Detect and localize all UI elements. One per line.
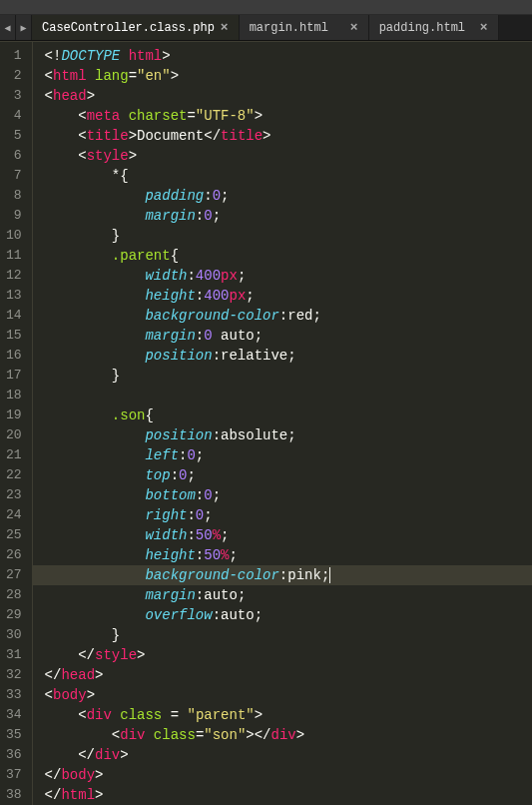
line-number: 10	[6, 226, 22, 246]
tab-nav-prev[interactable]: ◀	[0, 15, 16, 40]
code-line[interactable]: background-color:red;	[33, 306, 532, 326]
code-area[interactable]: <!DOCTYPE html><html lang="en"><head> <m…	[33, 42, 532, 805]
line-number: 37	[6, 765, 22, 785]
line-number: 35	[6, 725, 22, 745]
text-cursor	[329, 567, 330, 583]
tab-label: padding.html	[379, 21, 465, 35]
tab-0[interactable]: CaseController.class.php×	[32, 15, 240, 40]
code-line[interactable]: bottom:0;	[33, 485, 532, 505]
line-number-gutter: 1234567891011121314151617181920212223242…	[0, 42, 33, 805]
line-number: 7	[6, 166, 22, 186]
code-line[interactable]: position:absolute;	[33, 425, 532, 445]
line-number: 18	[6, 386, 22, 405]
code-line[interactable]: <title>Document</title>	[33, 126, 532, 146]
code-line[interactable]: }	[33, 226, 532, 246]
line-number: 14	[6, 306, 22, 326]
code-line[interactable]: <html lang="en">	[33, 66, 532, 86]
close-icon[interactable]: ×	[350, 20, 358, 35]
line-number: 11	[6, 246, 22, 266]
line-number: 32	[6, 665, 22, 685]
code-line[interactable]: <div class = "parent">	[33, 705, 532, 725]
line-number: 30	[6, 625, 22, 645]
editor: 1234567891011121314151617181920212223242…	[0, 41, 532, 805]
code-line[interactable]: overflow:auto;	[33, 605, 532, 625]
code-line[interactable]: <meta charset="UTF-8">	[33, 106, 532, 126]
code-line[interactable]: left:0;	[33, 445, 532, 465]
menubar[interactable]	[0, 0, 532, 14]
line-number: 8	[6, 186, 22, 206]
line-number: 33	[6, 685, 22, 705]
code-line[interactable]: <!DOCTYPE html>	[33, 46, 532, 66]
code-line[interactable]: *{	[33, 166, 532, 186]
tab-2[interactable]: padding.html×	[369, 15, 499, 40]
line-number: 3	[6, 86, 22, 106]
code-line[interactable]: }	[33, 366, 532, 386]
code-line[interactable]: .parent{	[33, 246, 532, 266]
line-number: 25	[6, 525, 22, 545]
code-line[interactable]: </body>	[33, 765, 532, 785]
tab-1[interactable]: margin.html×	[240, 15, 369, 40]
code-line[interactable]: <style>	[33, 146, 532, 166]
code-line[interactable]: </style>	[33, 645, 532, 665]
code-line[interactable]: <head>	[33, 86, 532, 106]
code-line[interactable]: width:50%;	[33, 525, 532, 545]
close-icon[interactable]: ×	[480, 20, 488, 35]
line-number: 1	[6, 46, 22, 66]
line-number: 31	[6, 645, 22, 665]
line-number: 2	[6, 66, 22, 86]
close-icon[interactable]: ×	[221, 20, 229, 35]
code-line[interactable]: height:50%;	[33, 545, 532, 565]
code-line[interactable]: margin:auto;	[33, 585, 532, 605]
code-line[interactable]: right:0;	[33, 505, 532, 525]
line-number: 16	[6, 346, 22, 366]
tab-bar: ◀ ▶ CaseController.class.php×margin.html…	[0, 14, 532, 41]
line-number: 26	[6, 545, 22, 565]
code-line[interactable]: </html>	[33, 785, 532, 805]
line-number: 15	[6, 326, 22, 346]
code-line[interactable]: background-color:pink;	[33, 565, 532, 585]
code-line[interactable]: .son{	[33, 405, 532, 425]
line-number: 17	[6, 366, 22, 386]
code-line[interactable]: margin:0 auto;	[33, 326, 532, 346]
line-number: 12	[6, 266, 22, 286]
line-number: 36	[6, 745, 22, 765]
line-number: 27	[6, 565, 22, 585]
line-number: 4	[6, 106, 22, 126]
code-line[interactable]: top:0;	[33, 465, 532, 485]
code-line[interactable]: <div class="son"></div>	[33, 725, 532, 745]
line-number: 6	[6, 146, 22, 166]
code-line[interactable]: </head>	[33, 665, 532, 685]
line-number: 22	[6, 465, 22, 485]
code-line[interactable]: </div>	[33, 745, 532, 765]
tab-nav-next[interactable]: ▶	[16, 15, 32, 40]
code-line[interactable]	[33, 386, 532, 405]
code-line[interactable]: }	[33, 625, 532, 645]
line-number: 28	[6, 585, 22, 605]
line-number: 23	[6, 485, 22, 505]
tab-label: CaseController.class.php	[42, 21, 215, 35]
line-number: 34	[6, 705, 22, 725]
line-number: 29	[6, 605, 22, 625]
code-line[interactable]: position:relative;	[33, 346, 532, 366]
line-number: 9	[6, 206, 22, 226]
line-number: 24	[6, 505, 22, 525]
line-number: 20	[6, 425, 22, 445]
line-number: 13	[6, 286, 22, 306]
code-line[interactable]: padding:0;	[33, 186, 532, 206]
line-number: 38	[6, 785, 22, 805]
code-line[interactable]: height:400px;	[33, 286, 532, 306]
tab-label: margin.html	[250, 21, 328, 35]
code-line[interactable]: margin:0;	[33, 206, 532, 226]
line-number: 5	[6, 126, 22, 146]
code-line[interactable]: width:400px;	[33, 266, 532, 286]
code-line[interactable]: <body>	[33, 685, 532, 705]
line-number: 19	[6, 405, 22, 425]
line-number: 21	[6, 445, 22, 465]
